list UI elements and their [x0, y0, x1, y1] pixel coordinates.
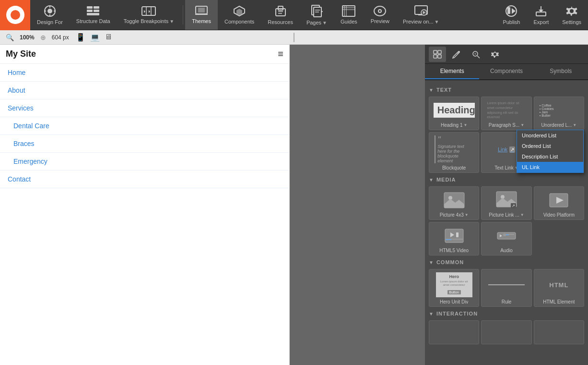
svg-point-50 [570, 9, 574, 13]
mobile-device-icon[interactable]: 📱 [75, 32, 86, 43]
heading1-preview: Heading [431, 100, 477, 121]
zoom-out-button[interactable]: 🔍 [4, 33, 16, 42]
element-rule[interactable]: Rule [481, 269, 531, 307]
zoom-bar: 🔍 100% ⊕ 604 px 📱 💻 🖥 [0, 30, 588, 45]
toolbar-toggle-breakpoints[interactable]: Toggle Breakpoints ▼ [117, 0, 181, 30]
toggle-bp-arrow[interactable]: ▼ [169, 19, 174, 24]
paragraph-label: Paragraph S... [489, 122, 519, 128]
canvas-area: My Site ≡ HomeAboutServicesDental CareBr… [0, 45, 425, 365]
interaction-elements-grid [429, 320, 584, 344]
element-hero-unit[interactable]: Hero Lorem ipsum dolor sit amet consecte… [429, 269, 479, 307]
section-common-arrow[interactable]: ▼ [429, 260, 434, 265]
panel-grid-icon[interactable] [429, 47, 446, 62]
element-picture-4x3[interactable]: Picture 4x3 ▼ [429, 186, 479, 220]
element-paragraph-s[interactable]: Lorem ipsum dolor sit amet consectetur a… [481, 97, 531, 130]
pages-arrow[interactable]: ▼ [322, 20, 327, 25]
ul-dropdown[interactable]: ▼ [573, 123, 576, 127]
section-text-arrow[interactable]: ▼ [429, 87, 434, 93]
element-unordered-list[interactable]: • Coffee • Cookies • Jam • Butter Unorde… [534, 97, 584, 130]
section-header-interaction: ▼ INTERACTION [429, 311, 584, 316]
element-audio[interactable]: Audio [481, 222, 531, 256]
picture-link-preview: ↗ [483, 190, 529, 210]
element-html[interactable]: HTML HTML Element [534, 269, 584, 307]
device-selector: 📱 💻 🖥 [75, 32, 113, 43]
tab-symbols[interactable]: Symbols [534, 64, 588, 79]
panel-search-icon[interactable] [467, 47, 484, 62]
toolbar-settings[interactable]: Settings [555, 0, 588, 30]
dp-item-ul-link[interactable]: UL Link [517, 162, 583, 172]
element-blockquote[interactable]: " Signature text here for the blockquote… [429, 132, 479, 173]
dp-item-ordered-list[interactable]: Ordered List [517, 141, 583, 151]
toolbar-toggle-bp-label: Toggle Breakpoints [124, 18, 169, 24]
toolbar-components[interactable]: Components [218, 0, 261, 30]
logo-button[interactable] [0, 0, 30, 30]
tablet-device-icon[interactable]: 💻 [89, 32, 101, 43]
toolbar-resources[interactable]: Resources [261, 0, 300, 30]
right-panel: Elements Components Symbols ▼ TEXT Headi… [425, 45, 588, 365]
section-interaction-arrow[interactable]: ▼ [429, 311, 434, 316]
interaction-card-3[interactable] [534, 320, 584, 344]
rule-preview [483, 272, 529, 297]
toolbar-guides[interactable]: Guides [334, 0, 364, 30]
toolbar-publish-label: Publish [503, 19, 520, 25]
tab-elements[interactable]: Elements [425, 64, 479, 79]
html-preview: HTML [536, 272, 582, 297]
toolbar-publish[interactable]: Publish [496, 0, 527, 30]
svg-line-58 [477, 56, 480, 58]
toolbar-themes[interactable]: Themes [185, 0, 218, 30]
ul-dropdown-popup: Unordered List Ordered List Description … [517, 130, 584, 173]
nav-item-contact[interactable]: Contact [0, 170, 289, 188]
toolbar-export[interactable]: Export [527, 0, 555, 30]
heading1-dropdown[interactable]: ▼ [464, 123, 468, 127]
svg-rect-18 [198, 8, 205, 12]
dp-item-unordered-list[interactable]: Unordered List [517, 130, 583, 141]
blockquote-label: Blockquote [442, 165, 466, 170]
interaction-card-2[interactable] [481, 320, 531, 344]
nav-item-dental-care[interactable]: Dental Care [0, 117, 289, 135]
section-media-arrow[interactable]: ▼ [429, 177, 434, 182]
toolbar-preview[interactable]: Preview [364, 0, 396, 30]
paragraph-dropdown[interactable]: ▼ [520, 123, 524, 127]
preview-on-label-row: Preview on... ▼ [403, 19, 439, 24]
toolbar-preview-on[interactable]: Preview on... ▼ [396, 0, 446, 30]
toolbar-pages-label: Pages [306, 20, 321, 25]
hero-preview: Hero Lorem ipsum dolor sit amet consecte… [431, 272, 477, 297]
tab-components[interactable]: Components [479, 64, 533, 79]
toolbar-resources-label: Resources [268, 19, 293, 25]
svg-point-56 [458, 51, 460, 53]
nav-item-services[interactable]: Services [0, 99, 289, 117]
toolbar-design-for[interactable]: Design For [30, 0, 70, 30]
svg-point-79 [503, 233, 506, 236]
desktop-device-icon[interactable]: 🖥 [104, 32, 113, 43]
element-html5-video[interactable]: HTML5 Video [429, 222, 479, 256]
nav-item-braces[interactable]: Braces [0, 135, 289, 153]
element-video-platform[interactable]: Video Platform [534, 186, 584, 220]
section-header-common: ▼ COMMON [429, 259, 584, 265]
toolbar-pages[interactable]: Pages ▼ [300, 0, 334, 30]
toolbar: Design For Structure Data Toggle Breakpo… [0, 0, 588, 30]
interaction-card-1[interactable] [429, 320, 479, 344]
zoom-in-button[interactable]: ⊕ [38, 33, 48, 42]
nav-item-emergency[interactable]: Emergency [0, 153, 289, 170]
section-common-title: COMMON [436, 259, 464, 265]
preview-on-arrow[interactable]: ▼ [435, 19, 439, 24]
html5-video-label: HTML5 Video [439, 248, 469, 253]
html-label: HTML Element [543, 299, 575, 304]
nav-item-home[interactable]: Home [0, 64, 289, 82]
svg-rect-70 [445, 229, 463, 243]
toolbar-structure-data[interactable]: Structure Data [70, 0, 117, 30]
hamburger-menu[interactable]: ≡ [278, 49, 283, 60]
panel-settings-icon[interactable] [486, 47, 504, 62]
element-heading1[interactable]: Heading Heading 1 ▼ [429, 97, 479, 130]
text-elements-grid: Heading Heading 1 ▼ Lorem ipsum dolor si… [429, 97, 584, 173]
picture-4x3-dropdown[interactable]: ▼ [465, 213, 469, 217]
nav-item-about[interactable]: About [0, 82, 289, 99]
paragraph-preview: Lorem ipsum dolor sit amet consectetur a… [483, 100, 529, 121]
site-title: My Site [6, 49, 36, 59]
svg-rect-6 [87, 6, 93, 9]
panel-edit-icon[interactable] [448, 47, 465, 62]
toolbar-export-label: Export [533, 19, 549, 25]
element-picture-link[interactable]: ↗ Picture Link ... ▼ [481, 186, 531, 220]
dp-item-description-list[interactable]: Description List [517, 151, 583, 162]
picture-link-dropdown[interactable]: ▼ [520, 213, 524, 217]
